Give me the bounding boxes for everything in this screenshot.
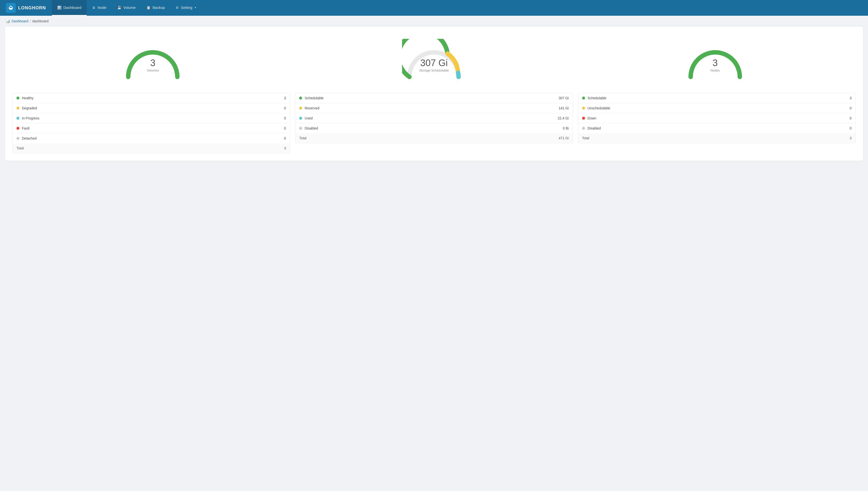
row-value: 0 [223, 113, 290, 123]
gauges-row: 3 Volumes 307 Gi [12, 34, 856, 93]
row-value: 307 Gi [470, 93, 572, 103]
stats-row: Healthy 3 Degraded 0 In Progress [12, 93, 856, 153]
status-dot [582, 96, 585, 99]
nodes-stats-table: Schedulable 3 Unschedulable 0 Down [578, 93, 856, 143]
row-label: Reserved [305, 106, 319, 110]
logo-icon [6, 3, 16, 13]
status-dot [17, 127, 20, 130]
nodes-total-value: 3 [796, 133, 856, 143]
table-row: Fault 0 [12, 123, 290, 134]
volume-icon: 💾 [117, 6, 121, 9]
storage-stats-table: Schedulable 307 Gi Reserved 141 Gi Used [295, 93, 572, 143]
storage-stats-panel: Schedulable 307 Gi Reserved 141 Gi Used [295, 93, 573, 143]
row-value: 0 Bi [470, 123, 572, 134]
row-label: Detached [22, 136, 37, 140]
nav-item-backup[interactable]: 📋 Backup [141, 0, 170, 16]
volumes-total-label: Total [17, 146, 24, 150]
storage-label: Storage Schedulable [419, 68, 449, 72]
nav-label-setting: Setting [181, 5, 192, 9]
table-row: Schedulable 3 [578, 93, 856, 103]
status-dot [582, 117, 585, 120]
storage-gauge: 307 Gi Storage Schedulable [400, 39, 468, 83]
row-label: Down [588, 116, 596, 120]
nav-label-dashboard: Dashboard [63, 5, 81, 9]
row-value: 0 [223, 123, 290, 134]
storage-value: 307 Gi [419, 58, 449, 67]
table-row: Disabled 0 Bi [295, 123, 572, 134]
row-value: 0 [223, 134, 290, 144]
row-label: Degraded [22, 106, 37, 110]
nodes-total-row: Total 3 [578, 133, 856, 143]
nodes-gauge-svg: 3 Nodes [683, 39, 747, 83]
nav-item-node[interactable]: 🖥 Node [87, 0, 112, 16]
table-row: Detached 0 [12, 134, 290, 144]
storage-total-value: 471 Gi [470, 133, 572, 143]
nav-item-volume[interactable]: 💾 Volume [112, 0, 141, 16]
logo-area: LONGHORN [0, 3, 52, 13]
storage-total-row: Total 471 Gi [295, 133, 572, 143]
table-row: Unschedulable 0 [578, 103, 856, 113]
svg-point-0 [10, 7, 12, 8]
row-label: Used [305, 116, 313, 120]
table-row: Disabled 0 [578, 123, 856, 134]
volumes-total-row: Total 3 [12, 143, 290, 153]
table-row: In Progress 0 [12, 113, 290, 123]
row-label: Healthy [22, 96, 33, 100]
breadcrumb-separator: / [30, 19, 31, 23]
table-row: Used 22.4 Gi [295, 113, 572, 123]
row-value: 3 [796, 93, 856, 103]
status-dot [17, 137, 20, 140]
row-label: Fault [22, 126, 29, 130]
dashboard-icon: 📊 [57, 6, 61, 9]
nodes-value: 3 [711, 58, 720, 67]
row-label: Unschedulable [588, 106, 610, 110]
row-value: 22.4 Gi [470, 113, 572, 123]
status-dot [17, 96, 20, 99]
row-label: Schedulable [305, 96, 323, 100]
table-row: Schedulable 307 Gi [295, 93, 572, 103]
volumes-stats-table: Healthy 3 Degraded 0 In Progress [12, 93, 290, 153]
status-dot [17, 107, 20, 110]
setting-icon: ⚙ [176, 6, 179, 9]
status-dot [299, 117, 302, 120]
nodes-label: Nodes [711, 68, 720, 72]
breadcrumb-root[interactable]: Dashboard [11, 19, 29, 23]
nodes-total-label: Total [582, 136, 589, 140]
status-dot [299, 107, 302, 110]
nav-label-volume: Volume [123, 5, 135, 9]
status-dot [299, 96, 302, 99]
row-value: 0 [796, 113, 856, 123]
nav-label-backup: Backup [153, 5, 165, 9]
breadcrumb: 📊 Dashboard / dashboard [0, 16, 868, 27]
row-label: Schedulable [588, 96, 607, 100]
row-label: Disabled [305, 126, 318, 130]
main-nav: 📊 Dashboard 🖥 Node 💾 Volume 📋 Backup ⚙ S… [52, 0, 202, 16]
table-row: Degraded 0 [12, 103, 290, 113]
table-row: Healthy 3 [12, 93, 290, 103]
volumes-gauge: 3 Volumes [118, 39, 187, 83]
volumes-gauge-text: 3 Volumes [147, 58, 159, 72]
volumes-stats-panel: Healthy 3 Degraded 0 In Progress [12, 93, 290, 153]
backup-icon: 📋 [146, 6, 151, 9]
status-dot [582, 127, 585, 130]
nav-item-dashboard[interactable]: 📊 Dashboard [52, 0, 87, 16]
header: LONGHORN 📊 Dashboard 🖥 Node 💾 Volume 📋 B… [0, 0, 868, 16]
row-value: 141 Gi [470, 103, 572, 113]
row-value: 0 [796, 123, 856, 134]
storage-gauge-text: 307 Gi Storage Schedulable [419, 58, 449, 72]
chevron-down-icon: ▾ [195, 6, 196, 9]
nodes-gauge: 3 Nodes [681, 39, 750, 83]
nav-item-setting[interactable]: ⚙ Setting ▾ [170, 0, 202, 16]
status-dot [299, 127, 302, 130]
row-value: 0 [796, 103, 856, 113]
main-card: 3 Volumes 307 Gi [5, 27, 863, 161]
status-dot [17, 117, 20, 120]
table-row: Down 0 [578, 113, 856, 123]
volumes-label: Volumes [147, 68, 159, 72]
volumes-total-value: 3 [223, 143, 290, 153]
volumes-gauge-svg: 3 Volumes [121, 39, 185, 83]
nav-label-node: Node [97, 5, 106, 9]
nodes-stats-panel: Schedulable 3 Unschedulable 0 Down [578, 93, 856, 143]
row-label: Disabled [588, 126, 601, 130]
row-value: 3 [223, 93, 290, 103]
